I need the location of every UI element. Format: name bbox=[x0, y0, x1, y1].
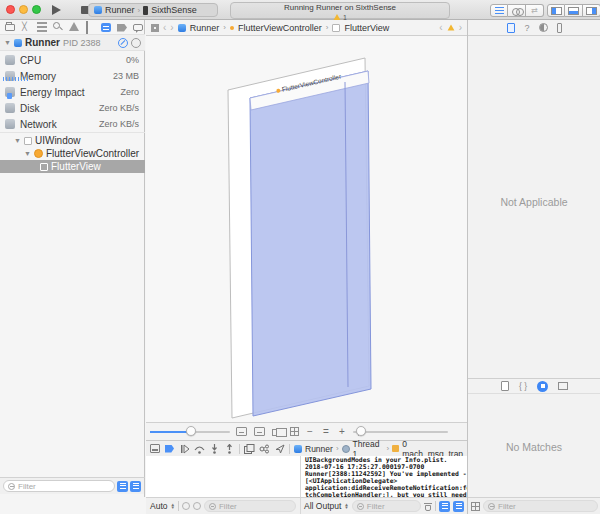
next-issue-icon[interactable]: › bbox=[459, 22, 462, 33]
view-controller-icon bbox=[230, 26, 234, 30]
symbol-navigator-icon[interactable] bbox=[37, 22, 47, 32]
variables-scope-select[interactable]: Auto bbox=[150, 501, 168, 511]
step-out-button[interactable] bbox=[224, 443, 235, 454]
navigator-panel-icon bbox=[551, 7, 562, 15]
step-over-button[interactable] bbox=[194, 443, 205, 454]
tree-row-flutterviewcontroller[interactable]: ▼ FlutterViewController bbox=[0, 147, 145, 160]
clear-console-icon[interactable] bbox=[424, 502, 432, 511]
show-layers-button[interactable] bbox=[272, 427, 284, 437]
assistant-editor-button[interactable] bbox=[508, 4, 526, 17]
gauge-row-memory[interactable]: Memory 23 MB bbox=[0, 68, 145, 84]
spacing-slider[interactable] bbox=[150, 431, 230, 433]
version-editor-button[interactable]: ⇄ bbox=[526, 4, 544, 17]
report-navigator-icon[interactable] bbox=[133, 24, 143, 31]
disclosure-icon[interactable]: ▼ bbox=[24, 150, 31, 157]
standard-editor-button[interactable] bbox=[490, 4, 508, 17]
file-template-library-icon[interactable] bbox=[501, 381, 509, 391]
library-filter-input[interactable]: Filter bbox=[483, 500, 598, 512]
continue-button[interactable] bbox=[179, 443, 190, 454]
navigator-filter-input[interactable]: Filter bbox=[3, 480, 115, 492]
debug-navigator-icon[interactable] bbox=[101, 23, 111, 32]
range-slider[interactable] bbox=[353, 431, 448, 433]
variables-filter-input[interactable]: Filter bbox=[204, 500, 296, 512]
scope-stepper-icon[interactable]: ▲▼ bbox=[344, 503, 348, 510]
tree-row-uiwindow[interactable]: ▼ UIWindow bbox=[0, 134, 145, 147]
run-button[interactable] bbox=[52, 5, 61, 15]
zoom-actual-button[interactable]: = bbox=[321, 426, 331, 437]
pause-debugger-icon[interactable] bbox=[118, 38, 128, 48]
view-process-icon[interactable] bbox=[131, 38, 141, 48]
zoom-window-button[interactable] bbox=[32, 5, 41, 14]
scope-stepper-icon[interactable]: ▲▼ bbox=[171, 503, 175, 510]
step-into-button[interactable] bbox=[209, 443, 220, 454]
object-library-icon[interactable] bbox=[537, 381, 548, 392]
cpu-gauge-icon bbox=[5, 55, 15, 65]
flat-view-toggle-button[interactable] bbox=[130, 481, 141, 492]
code-snippet-library-icon[interactable]: { } bbox=[519, 381, 527, 391]
previous-issue-icon[interactable]: ‹ bbox=[439, 22, 442, 33]
flutterview-plane[interactable] bbox=[250, 71, 371, 416]
gauge-row-network[interactable]: Network Zero KB/s bbox=[0, 116, 145, 132]
jumpbar-project[interactable]: Runner bbox=[190, 23, 220, 33]
tree-row-flutterview[interactable]: FlutterView bbox=[0, 160, 145, 173]
test-navigator-icon[interactable] bbox=[85, 22, 95, 32]
breakpoints-toggle-button[interactable] bbox=[164, 443, 175, 454]
gauge-row-disk[interactable]: Disk Zero KB/s bbox=[0, 100, 145, 116]
scheme-selector[interactable]: Runner › SixthSense bbox=[88, 3, 218, 17]
process-header-row[interactable]: ▼ Runner PID 2388 bbox=[0, 34, 145, 51]
activity-viewer: Running Runner on SixthSense 1 bbox=[230, 2, 450, 19]
orient-left-button[interactable] bbox=[236, 427, 248, 437]
media-library-icon[interactable] bbox=[558, 382, 568, 390]
debug-view-hierarchy-button[interactable] bbox=[244, 443, 255, 454]
toggle-console-view-button[interactable] bbox=[453, 501, 464, 512]
go-back-icon[interactable]: ‹ bbox=[163, 22, 166, 33]
orient-front-button[interactable] bbox=[254, 427, 266, 437]
console-scope-select[interactable]: All Output bbox=[304, 501, 341, 511]
jumpbar-view[interactable]: FlutterView bbox=[344, 23, 389, 33]
issue-warning-icon[interactable] bbox=[447, 25, 454, 31]
toggle-variables-view-button[interactable] bbox=[439, 501, 450, 512]
library-grid-icon[interactable] bbox=[471, 502, 480, 511]
related-items-icon[interactable] bbox=[151, 24, 159, 32]
toggle-debug-area-button[interactable] bbox=[565, 4, 583, 17]
simulate-location-button[interactable] bbox=[274, 443, 285, 454]
view-debugger-canvas[interactable]: FlutterViewController bbox=[146, 36, 467, 422]
jumpbar-controller[interactable]: FlutterViewController bbox=[238, 23, 322, 33]
find-navigator-icon[interactable] bbox=[53, 22, 63, 32]
toggle-inspector-button[interactable] bbox=[583, 4, 600, 17]
toggle-navigator-button[interactable] bbox=[547, 4, 565, 17]
disclosure-icon[interactable]: ▼ bbox=[4, 39, 11, 46]
tree-label: UIWindow bbox=[35, 135, 81, 146]
go-forward-icon[interactable]: › bbox=[170, 22, 173, 33]
quick-help-inspector-icon[interactable]: ? bbox=[524, 23, 529, 33]
variables-view[interactable] bbox=[146, 456, 301, 497]
issue-navigator-icon[interactable] bbox=[69, 22, 79, 32]
filter-placeholder: Filter bbox=[498, 502, 516, 511]
gauge-label: Network bbox=[20, 119, 94, 130]
gauge-row-cpu[interactable]: CPU 0% bbox=[0, 52, 145, 68]
memory-inspect-icon[interactable] bbox=[182, 502, 190, 510]
zoom-in-button[interactable]: + bbox=[337, 426, 347, 437]
project-navigator-icon[interactable] bbox=[5, 22, 15, 32]
zoom-out-button[interactable]: − bbox=[305, 426, 315, 437]
disclosure-icon[interactable]: ▼ bbox=[14, 137, 21, 144]
minimize-window-button[interactable] bbox=[19, 5, 28, 14]
debug-jumpbar-process[interactable]: Runner bbox=[305, 444, 333, 454]
show-running-processes-button[interactable] bbox=[117, 481, 128, 492]
navigator-tab-bar bbox=[0, 20, 145, 34]
console-output[interactable]: UIBackgroundModes in your Info.plist. 20… bbox=[302, 456, 467, 497]
file-inspector-icon[interactable] bbox=[507, 23, 515, 33]
debug-bar: Runner › Thread 1 › 0 mach_msg_trap bbox=[146, 440, 467, 456]
library-empty-message: No Matches bbox=[468, 441, 600, 453]
console-filter-input[interactable]: Filter bbox=[352, 500, 421, 512]
breakpoint-navigator-icon[interactable] bbox=[117, 24, 127, 32]
hide-debug-area-button[interactable] bbox=[149, 443, 160, 454]
canvas-grid-icon[interactable] bbox=[290, 427, 299, 436]
info-icon[interactable] bbox=[193, 502, 201, 510]
memory-graph-button[interactable] bbox=[259, 443, 270, 454]
close-window-button[interactable] bbox=[6, 5, 15, 14]
gauge-row-energy[interactable]: Energy Impact Zero bbox=[0, 84, 145, 100]
size-inspector-icon[interactable] bbox=[557, 23, 562, 33]
object-inspector-icon[interactable] bbox=[539, 23, 548, 32]
source-control-navigator-icon[interactable] bbox=[21, 22, 31, 32]
